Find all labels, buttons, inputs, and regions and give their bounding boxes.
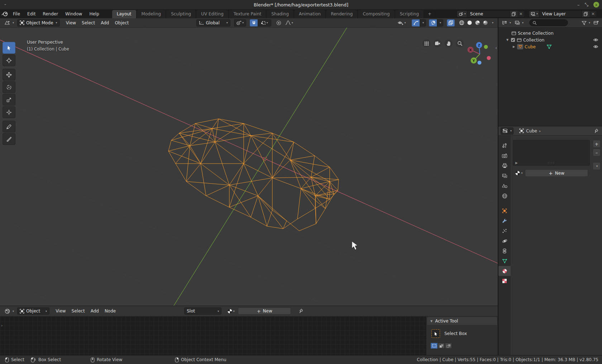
transform-orientation-dropdown[interactable]: Global ▾ <box>196 19 230 26</box>
breadcrumb-object-name[interactable]: Cube <box>526 128 537 134</box>
new-collection-button[interactable] <box>592 19 600 26</box>
tab-scripting[interactable]: Scripting <box>395 10 424 18</box>
tab-modifiers-icon[interactable] <box>498 216 511 226</box>
gizmos-toggle-icon[interactable] <box>412 19 420 26</box>
proportional-editing-toggle[interactable] <box>275 19 283 26</box>
shader-pin-icon[interactable] <box>297 307 305 315</box>
tool-rotate[interactable] <box>3 81 15 93</box>
outliner-filter-dropdown[interactable]: ▾ <box>580 19 591 26</box>
tab-texture-icon[interactable] <box>498 276 511 286</box>
pin-icon[interactable] <box>592 127 600 135</box>
shader-menu-view[interactable]: View <box>53 307 68 315</box>
shader-canvas[interactable] <box>0 316 498 355</box>
tab-render-icon[interactable] <box>498 151 511 161</box>
outliner-row-scene-collection[interactable]: Scene Collection <box>498 30 602 37</box>
viewport-menu-add[interactable]: Add <box>98 19 111 26</box>
move-view-hand-icon[interactable] <box>445 39 453 47</box>
snap-toggle-magnet-icon[interactable] <box>250 19 258 26</box>
material-specials-dropdown[interactable]: ▾ <box>593 162 601 170</box>
gizmo-x-neg[interactable] <box>487 56 491 60</box>
outliner-search-input[interactable] <box>529 19 568 26</box>
mode-dropdown[interactable]: Object Mode ▾ <box>17 19 60 26</box>
snap-settings-dropdown[interactable]: ▾ <box>258 19 271 26</box>
viewport-menu-select[interactable]: Select <box>79 19 97 26</box>
menu-edit[interactable]: Edit <box>24 9 39 18</box>
gizmos-dropdown[interactable]: ▾ <box>420 19 426 26</box>
camera-view-icon[interactable] <box>434 39 441 47</box>
gizmo-y-neg[interactable] <box>484 45 488 49</box>
view-layer-copy-icon[interactable] <box>582 11 589 17</box>
shader-new-material-button[interactable]: + New <box>238 307 291 315</box>
collection-visibility-eye-icon[interactable] <box>593 38 598 42</box>
tab-tool-icon[interactable] <box>498 141 511 151</box>
tab-constraints-icon[interactable] <box>498 246 511 256</box>
shader-menu-select[interactable]: Select <box>69 307 87 315</box>
cube-visibility-eye-icon[interactable] <box>593 45 598 49</box>
tool-scale[interactable] <box>3 94 15 106</box>
select-mode-extend-button[interactable] <box>438 343 445 349</box>
material-slot-list[interactable]: ▶ :::: <box>513 140 590 166</box>
new-material-button[interactable]: + New <box>525 169 588 177</box>
viewport-canvas[interactable]: User Perspective (1) Collection | Cube <box>0 28 498 306</box>
pivot-point-dropdown[interactable]: ▾ <box>234 19 246 26</box>
tab-shading[interactable]: Shading <box>267 10 294 18</box>
active-tool-panel-header[interactable]: ▼ Active Tool <box>427 317 497 325</box>
tool-transform[interactable] <box>3 106 15 118</box>
view-layer-name[interactable]: View Layer <box>539 11 582 16</box>
scene-icon[interactable]: ▾ <box>457 11 467 17</box>
shader-menu-add[interactable]: Add <box>88 307 101 315</box>
outliner-row-cube[interactable]: ▶ Cube <box>498 43 602 50</box>
tab-object-data-icon[interactable] <box>498 256 511 266</box>
shader-menu-node[interactable]: Node <box>102 307 118 315</box>
slot-list-resize-grip[interactable]: :::: <box>513 161 589 165</box>
scene-unlink-icon[interactable]: ✕ <box>517 11 525 17</box>
shading-wireframe-icon[interactable] <box>458 19 465 26</box>
scene-copy-icon[interactable] <box>510 11 517 17</box>
menu-render[interactable]: Render <box>39 9 62 18</box>
proportional-falloff-dropdown[interactable]: ▾ <box>283 19 296 26</box>
tab-sculpting[interactable]: Sculpting <box>166 10 196 18</box>
shading-dropdown[interactable]: ▾ <box>489 19 496 26</box>
tab-scene-icon[interactable] <box>498 181 511 191</box>
view-layer-icon[interactable]: ▾ <box>529 11 539 17</box>
minimize-button[interactable]: – <box>577 2 580 8</box>
tab-view-layer-icon[interactable] <box>498 171 511 181</box>
browse-material-icon[interactable]: ▾ <box>513 170 525 177</box>
cube-expand-icon[interactable]: ▶ <box>512 45 516 48</box>
editor-type-shader-icon[interactable]: ▾ <box>2 307 16 315</box>
add-material-slot-button[interactable]: + <box>593 140 601 148</box>
browse-material-shader-icon[interactable]: ▾ <box>224 307 237 315</box>
tab-world-icon[interactable] <box>498 191 511 201</box>
tab-layout[interactable]: Layout <box>112 10 137 18</box>
overlays-dropdown[interactable]: ▾ <box>437 19 443 26</box>
tab-output-icon[interactable] <box>498 161 511 171</box>
tool-measure[interactable] <box>3 133 15 145</box>
tool-move[interactable] <box>3 69 15 81</box>
tab-object-icon[interactable] <box>498 206 511 216</box>
tab-modeling[interactable]: Modeling <box>137 10 166 18</box>
editor-type-outliner-icon[interactable]: ▾ <box>501 19 512 26</box>
viewport-menu-view[interactable]: View <box>63 19 78 26</box>
editor-type-properties-icon[interactable]: ▾ <box>501 127 513 135</box>
object-visibility-dropdown[interactable]: ▾ <box>395 19 409 26</box>
tab-animation[interactable]: Animation <box>294 10 326 18</box>
tab-uv-editing[interactable]: UV Editing <box>196 10 229 18</box>
shader-sidebar-toggle-icon[interactable]: › <box>1 323 3 328</box>
menu-file[interactable]: File <box>9 9 24 18</box>
view-layer-remove-icon[interactable]: ✕ <box>589 11 597 17</box>
collection-checkbox[interactable] <box>511 38 515 42</box>
blender-logo-icon[interactable] <box>0 11 9 16</box>
shader-type-dropdown[interactable]: Object ▾ <box>17 307 49 315</box>
editor-type-3d-viewport-icon[interactable]: ▾ <box>2 19 16 26</box>
navigation-gizmo[interactable]: X Z Y <box>467 41 493 67</box>
scene-name[interactable]: Scene <box>467 11 510 16</box>
select-mode-subtract-button[interactable] <box>445 343 452 349</box>
tab-particles-icon[interactable] <box>498 226 511 236</box>
tab-compositing[interactable]: Compositing <box>358 10 395 18</box>
add-workspace-button[interactable]: + <box>424 10 435 18</box>
overlays-toggle-icon[interactable] <box>429 19 437 26</box>
shading-rendered-icon[interactable] <box>481 19 489 26</box>
collection-expand-icon[interactable]: ▼ <box>506 38 509 42</box>
tab-texture-paint[interactable]: Texture Paint <box>229 10 266 18</box>
shading-solid-icon[interactable] <box>465 19 473 26</box>
